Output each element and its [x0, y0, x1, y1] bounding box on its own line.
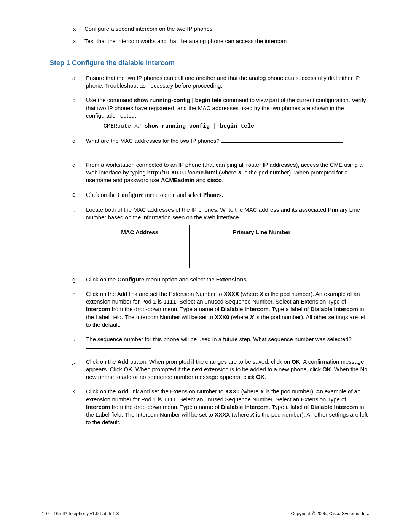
- var: X: [260, 388, 264, 395]
- t: Click on the: [86, 276, 118, 283]
- v: OK: [322, 366, 331, 372]
- footer-right: Copyright © 2005, Cisco Systems, Inc.: [291, 511, 369, 517]
- marker: b.: [72, 96, 77, 104]
- list-text: Configure a second intercom on the two I…: [84, 26, 213, 32]
- menu: Configure: [117, 192, 143, 198]
- code-block: CMERouterX# show running-config | begin …: [104, 123, 369, 130]
- t: .: [221, 192, 223, 198]
- v: OK: [256, 374, 265, 380]
- marker: j.: [72, 358, 75, 366]
- t: (where: [240, 388, 260, 395]
- v: OK: [292, 358, 300, 365]
- text: Click on the Configure menu option and s…: [86, 276, 248, 283]
- cell: [90, 254, 190, 268]
- marker: c.: [72, 137, 77, 145]
- cell: [190, 254, 334, 268]
- text: Locate both of the MAC addresses of the …: [86, 206, 360, 220]
- v: XXX0: [215, 314, 229, 320]
- v: OK: [124, 366, 132, 372]
- user: ACMEadmin: [161, 177, 194, 183]
- text: What are the MAC addresses for the two I…: [86, 137, 221, 144]
- marker: f.: [72, 206, 75, 214]
- blank-line: [221, 137, 343, 143]
- text: Use the command show running-config | be…: [86, 97, 366, 119]
- marker: d.: [72, 161, 77, 169]
- text: Click on the Add link and set the Extens…: [86, 388, 368, 425]
- t: Click on the Add link and set the Extens…: [86, 291, 224, 297]
- bullet-x-icon: x: [73, 37, 76, 45]
- objective-list: x Configure a second intercom on the two…: [73, 23, 369, 48]
- mac-table: MAC Address Primary Line Number: [90, 225, 334, 268]
- list-item: x Test that the intercom works and that …: [73, 35, 369, 47]
- step-f: f. Locate both of the MAC addresses of t…: [72, 206, 369, 268]
- blank-line: [86, 153, 369, 154]
- var: X: [250, 314, 254, 320]
- t: and: [194, 177, 207, 183]
- t: .: [247, 276, 248, 283]
- step-d: d. From a workstation connected to an IP…: [72, 161, 369, 184]
- cmd: show running-config: [134, 97, 190, 103]
- v: Dialable Intercom: [221, 306, 269, 312]
- footer: 107 - 165 IP Telephony v1.0 Lab 5.1.8 Co…: [42, 508, 369, 517]
- col-line: Primary Line Number: [190, 225, 334, 240]
- step-h: h. Click on the Add link and set the Ext…: [72, 290, 369, 329]
- step-j: j. Click on the Add button. When prompte…: [72, 358, 369, 381]
- t: . Type a label of: [269, 306, 311, 312]
- marker: i.: [72, 335, 75, 343]
- t: . Type a label of: [269, 404, 311, 410]
- text: Click on the Add button. When prompted i…: [86, 358, 368, 380]
- text: Ensure that the two IP phones can call o…: [86, 75, 360, 89]
- footer-row: 107 - 165 IP Telephony v1.0 Lab 5.1.8 Co…: [42, 511, 369, 517]
- v: Add: [118, 358, 129, 365]
- step-heading: Step 1 Configure the dialable intercom: [49, 58, 369, 67]
- text: From a workstation connected to an IP ph…: [86, 161, 363, 184]
- page: x Configure a second intercom on the two…: [0, 0, 411, 532]
- cell: [190, 240, 334, 254]
- t: .: [264, 374, 266, 380]
- t: (where: [230, 411, 250, 418]
- v: XXXX: [215, 411, 230, 418]
- t: Use the command: [86, 97, 134, 103]
- menu: Configure: [118, 276, 145, 283]
- v: Intercom: [86, 306, 110, 312]
- pass: cisco: [207, 177, 222, 183]
- footer-rule: [42, 508, 369, 508]
- t: from the drop-down menu. Type a name of: [110, 306, 221, 312]
- t: (where: [239, 291, 260, 297]
- table-header-row: MAC Address Primary Line Number: [90, 225, 334, 240]
- text: Click on the Add link and set the Extens…: [86, 291, 367, 328]
- t: menu option and select: [143, 192, 203, 198]
- table-row: [90, 240, 334, 254]
- t: button. When prompted if the changes are…: [129, 358, 292, 365]
- cell: [90, 240, 190, 254]
- col-mac: MAC Address: [90, 225, 190, 240]
- marker: g.: [72, 276, 77, 283]
- step-g: g. Click on the Configure menu option an…: [72, 276, 369, 283]
- content: x Configure a second intercom on the two…: [42, 23, 369, 427]
- marker: e.: [72, 191, 77, 198]
- t: from the drop-down menu. Type a name of: [110, 404, 221, 410]
- v: Intercom: [86, 404, 110, 410]
- t: Click on the: [86, 358, 118, 365]
- v: Dialable Intercom: [311, 306, 358, 312]
- step-a: a. Ensure that the two IP phones can cal…: [72, 74, 369, 90]
- t: (where: [229, 314, 250, 320]
- prompt: CMERouterX#: [104, 123, 145, 129]
- marker: a.: [72, 74, 77, 82]
- t: Click on the: [86, 388, 118, 395]
- menu: Phones: [203, 192, 221, 198]
- url: http://10.X0.0.1/ccme.html: [147, 169, 217, 176]
- command: show running-config | begin tele: [145, 123, 254, 129]
- t: link and set the Extension Number to: [129, 388, 225, 395]
- step-k: k. Click on the Add link and set the Ext…: [72, 388, 369, 426]
- step-i: i. The sequence number for this phone wi…: [72, 335, 369, 351]
- cmd: begin tele: [195, 97, 221, 103]
- t: |: [190, 97, 195, 103]
- t: Click on the: [86, 192, 117, 198]
- v: Dialable Intercom: [221, 404, 269, 410]
- list-text: Test that the intercom works and that th…: [84, 38, 287, 44]
- t: (where: [217, 169, 238, 176]
- t: . When prompted if the next extension is…: [132, 366, 322, 372]
- var: X: [238, 169, 242, 176]
- t: .: [222, 177, 223, 183]
